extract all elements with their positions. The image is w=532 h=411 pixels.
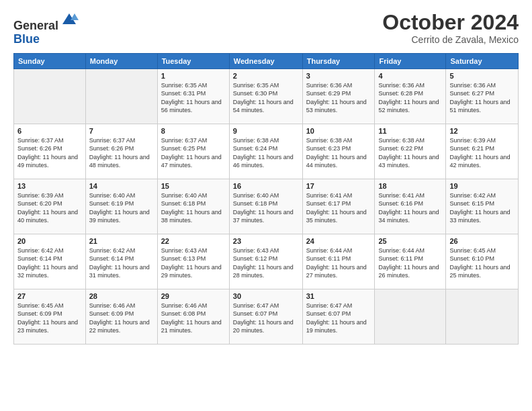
day-number: 11 (378, 127, 442, 135)
weekday-header: Wednesday (229, 53, 302, 68)
day-info: Sunrise: 6:42 AM Sunset: 6:15 PM Dayligh… (449, 191, 515, 225)
day-info: Sunrise: 6:40 AM Sunset: 6:18 PM Dayligh… (233, 191, 299, 225)
day-info: Sunrise: 6:42 AM Sunset: 6:14 PM Dayligh… (17, 246, 82, 280)
calendar-week-row: 27Sunrise: 6:45 AM Sunset: 6:09 PM Dayli… (14, 289, 519, 344)
logo-blue-text: Blue (13, 33, 79, 46)
calendar-cell: 20Sunrise: 6:42 AM Sunset: 6:14 PM Dayli… (14, 234, 86, 289)
day-number: 1 (161, 72, 226, 80)
calendar-cell: 28Sunrise: 6:46 AM Sunset: 6:09 PM Dayli… (85, 289, 157, 344)
calendar-cell: 29Sunrise: 6:46 AM Sunset: 6:08 PM Dayli… (157, 289, 229, 344)
calendar-cell (446, 289, 519, 344)
day-info: Sunrise: 6:39 AM Sunset: 6:21 PM Dayligh… (449, 136, 515, 170)
day-info: Sunrise: 6:45 AM Sunset: 6:10 PM Dayligh… (449, 246, 515, 280)
calendar-cell: 21Sunrise: 6:42 AM Sunset: 6:14 PM Dayli… (85, 234, 157, 289)
logo-general: General (13, 19, 58, 32)
calendar-cell: 1Sunrise: 6:35 AM Sunset: 6:31 PM Daylig… (157, 68, 229, 124)
day-number: 29 (161, 292, 226, 300)
calendar: SundayMondayTuesdayWednesdayThursdayFrid… (13, 53, 519, 345)
day-number: 18 (378, 182, 442, 190)
day-number: 28 (89, 292, 154, 300)
day-number: 27 (17, 292, 82, 300)
day-number: 15 (161, 182, 226, 190)
logo: General Blue (13, 11, 79, 46)
month-title: October 2024 (382, 11, 519, 34)
calendar-cell: 11Sunrise: 6:38 AM Sunset: 6:22 PM Dayli… (375, 124, 446, 179)
calendar-cell (375, 289, 446, 344)
day-number: 23 (233, 237, 299, 245)
day-number: 3 (306, 72, 371, 80)
calendar-cell: 16Sunrise: 6:40 AM Sunset: 6:18 PM Dayli… (229, 179, 302, 234)
calendar-cell: 24Sunrise: 6:44 AM Sunset: 6:11 PM Dayli… (302, 234, 375, 289)
logo-icon (60, 11, 79, 30)
calendar-cell: 14Sunrise: 6:40 AM Sunset: 6:19 PM Dayli… (85, 179, 157, 234)
calendar-week-row: 1Sunrise: 6:35 AM Sunset: 6:31 PM Daylig… (14, 68, 519, 124)
day-info: Sunrise: 6:36 AM Sunset: 6:29 PM Dayligh… (306, 81, 371, 115)
day-info: Sunrise: 6:40 AM Sunset: 6:19 PM Dayligh… (89, 191, 154, 225)
day-info: Sunrise: 6:37 AM Sunset: 6:25 PM Dayligh… (161, 136, 226, 170)
calendar-cell: 13Sunrise: 6:39 AM Sunset: 6:20 PM Dayli… (14, 179, 86, 234)
day-info: Sunrise: 6:36 AM Sunset: 6:27 PM Dayligh… (449, 81, 515, 115)
title-block: October 2024 Cerrito de Zavala, Mexico (382, 11, 519, 45)
day-number: 9 (233, 127, 299, 135)
weekday-header: Monday (85, 53, 157, 68)
day-number: 8 (161, 127, 226, 135)
day-number: 26 (449, 237, 515, 245)
logo-blue-word: Blue (13, 32, 40, 46)
day-info: Sunrise: 6:41 AM Sunset: 6:17 PM Dayligh… (306, 191, 371, 225)
location: Cerrito de Zavala, Mexico (382, 34, 519, 45)
day-info: Sunrise: 6:44 AM Sunset: 6:11 PM Dayligh… (378, 246, 442, 280)
calendar-cell: 17Sunrise: 6:41 AM Sunset: 6:17 PM Dayli… (302, 179, 375, 234)
calendar-cell: 6Sunrise: 6:37 AM Sunset: 6:26 PM Daylig… (14, 124, 86, 179)
calendar-cell: 5Sunrise: 6:36 AM Sunset: 6:27 PM Daylig… (446, 68, 519, 124)
day-info: Sunrise: 6:35 AM Sunset: 6:31 PM Dayligh… (161, 81, 226, 115)
day-number: 20 (17, 237, 82, 245)
day-info: Sunrise: 6:45 AM Sunset: 6:09 PM Dayligh… (17, 302, 82, 335)
calendar-cell: 2Sunrise: 6:35 AM Sunset: 6:30 PM Daylig… (229, 68, 302, 124)
day-number: 7 (89, 127, 154, 135)
day-number: 16 (233, 182, 299, 190)
calendar-cell: 10Sunrise: 6:38 AM Sunset: 6:23 PM Dayli… (302, 124, 375, 179)
day-number: 22 (161, 237, 226, 245)
day-number: 14 (89, 182, 154, 190)
day-info: Sunrise: 6:35 AM Sunset: 6:30 PM Dayligh… (233, 81, 299, 115)
day-number: 24 (306, 237, 371, 245)
day-number: 30 (233, 292, 299, 300)
day-number: 6 (17, 127, 82, 135)
day-info: Sunrise: 6:37 AM Sunset: 6:26 PM Dayligh… (89, 136, 154, 170)
day-info: Sunrise: 6:38 AM Sunset: 6:22 PM Dayligh… (378, 136, 442, 170)
calendar-cell: 8Sunrise: 6:37 AM Sunset: 6:25 PM Daylig… (157, 124, 229, 179)
weekday-header: Friday (375, 53, 446, 68)
svg-marker-1 (71, 13, 79, 20)
day-number: 5 (449, 72, 515, 80)
calendar-cell: 12Sunrise: 6:39 AM Sunset: 6:21 PM Dayli… (446, 124, 519, 179)
page: General Blue October 2024 Cerrito de Zav… (0, 0, 532, 411)
day-number: 4 (378, 72, 442, 80)
calendar-body: 1Sunrise: 6:35 AM Sunset: 6:31 PM Daylig… (14, 68, 519, 344)
weekday-header: Saturday (446, 53, 519, 68)
calendar-week-row: 13Sunrise: 6:39 AM Sunset: 6:20 PM Dayli… (14, 179, 519, 234)
calendar-cell (14, 68, 86, 124)
calendar-cell: 30Sunrise: 6:47 AM Sunset: 6:07 PM Dayli… (229, 289, 302, 344)
day-info: Sunrise: 6:40 AM Sunset: 6:18 PM Dayligh… (161, 191, 226, 225)
day-info: Sunrise: 6:39 AM Sunset: 6:20 PM Dayligh… (17, 191, 82, 225)
day-info: Sunrise: 6:38 AM Sunset: 6:24 PM Dayligh… (233, 136, 299, 170)
header: General Blue October 2024 Cerrito de Zav… (13, 11, 519, 46)
calendar-cell: 18Sunrise: 6:41 AM Sunset: 6:16 PM Dayli… (375, 179, 446, 234)
weekday-header: Tuesday (157, 53, 229, 68)
day-number: 31 (306, 292, 371, 300)
day-number: 25 (378, 237, 442, 245)
day-info: Sunrise: 6:47 AM Sunset: 6:07 PM Dayligh… (233, 302, 299, 335)
calendar-cell: 4Sunrise: 6:36 AM Sunset: 6:28 PM Daylig… (375, 68, 446, 124)
logo-text: General (13, 11, 79, 33)
calendar-cell: 22Sunrise: 6:43 AM Sunset: 6:13 PM Dayli… (157, 234, 229, 289)
day-number: 10 (306, 127, 371, 135)
calendar-cell: 15Sunrise: 6:40 AM Sunset: 6:18 PM Dayli… (157, 179, 229, 234)
day-info: Sunrise: 6:36 AM Sunset: 6:28 PM Dayligh… (378, 81, 442, 115)
weekday-header: Sunday (14, 53, 86, 68)
calendar-cell: 23Sunrise: 6:43 AM Sunset: 6:12 PM Dayli… (229, 234, 302, 289)
day-number: 2 (233, 72, 299, 80)
calendar-cell: 7Sunrise: 6:37 AM Sunset: 6:26 PM Daylig… (85, 124, 157, 179)
day-number: 13 (17, 182, 82, 190)
day-info: Sunrise: 6:46 AM Sunset: 6:09 PM Dayligh… (89, 302, 154, 335)
day-info: Sunrise: 6:37 AM Sunset: 6:26 PM Dayligh… (17, 136, 82, 170)
